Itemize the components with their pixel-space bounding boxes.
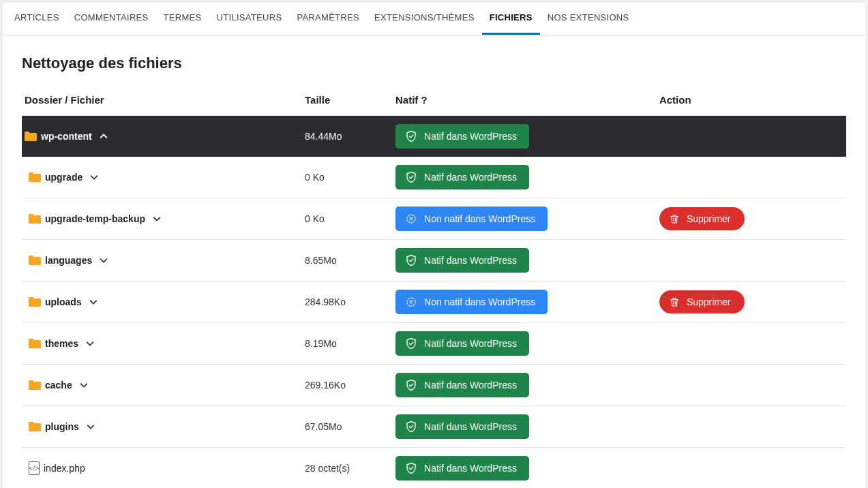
badge-label: Natif dans WordPress	[424, 131, 517, 142]
table-row: themes8.19MoNatif dans WordPress	[22, 323, 846, 365]
delete-label: Supprimer	[687, 296, 731, 307]
tab-commentaires[interactable]: COMMENTAIRES	[67, 3, 156, 35]
folder-icon	[29, 297, 41, 307]
folder-toggle[interactable]: uploads	[25, 296, 299, 307]
badge-label: Natif dans WordPress	[424, 172, 517, 183]
item-name: uploads	[45, 296, 82, 307]
nonnative-badge: Non natif dans WordPress	[395, 290, 548, 314]
size-cell: 269.16Ko	[302, 365, 393, 406]
item-name: index.php	[44, 463, 85, 474]
badge-label: Natif dans WordPress	[424, 421, 517, 432]
file-label: index.php	[25, 461, 299, 475]
col-header-native: Natif ?	[393, 87, 657, 116]
folder-icon	[29, 339, 41, 348]
nonnative-badge: Non natif dans WordPress	[395, 207, 548, 231]
folder-icon	[29, 380, 41, 390]
folder-toggle[interactable]: plugins	[25, 421, 299, 432]
tab-fichiers[interactable]: FICHIERS	[482, 3, 540, 35]
tab-param-tres[interactable]: PARAMÈTRES	[289, 3, 367, 35]
tab-articles[interactable]: ARTICLES	[7, 3, 67, 35]
badge-label: Natif dans WordPress	[424, 463, 517, 474]
table-row: wp-content84.44MoNatif dans WordPress	[22, 116, 846, 157]
folder-icon	[29, 422, 41, 431]
tab-nos-extensions[interactable]: NOS EXTENSIONS	[540, 3, 637, 35]
folder-toggle[interactable]: wp-content	[25, 131, 299, 142]
native-badge: Natif dans WordPress	[395, 165, 529, 189]
folder-icon	[29, 214, 41, 224]
col-header-name: Dossier / Fichier	[22, 87, 302, 116]
chevron-down-icon	[86, 422, 95, 431]
item-name: languages	[45, 255, 92, 266]
size-cell: 284.98Ko	[302, 281, 393, 323]
chevron-down-icon	[99, 256, 108, 265]
item-name: themes	[45, 338, 78, 349]
badge-label: Natif dans WordPress	[424, 380, 517, 391]
item-name: wp-content	[41, 131, 92, 142]
tabs-bar: ARTICLESCOMMENTAIRESTERMESUTILISATEURSPA…	[3, 3, 865, 35]
col-header-size: Taille	[302, 87, 393, 116]
tab-extensions-th-mes[interactable]: EXTENSIONS/THÈMES	[367, 3, 482, 35]
size-cell: 8.65Mo	[302, 240, 393, 281]
size-cell: 8.19Mo	[302, 323, 393, 365]
delete-button[interactable]: Supprimer	[659, 207, 745, 230]
chevron-down-icon	[152, 214, 162, 224]
folder-toggle[interactable]: upgrade	[25, 172, 299, 183]
folder-toggle[interactable]: upgrade-temp-backup	[25, 213, 299, 224]
native-badge: Natif dans WordPress	[395, 456, 529, 481]
folder-icon	[25, 132, 37, 141]
table-row: upgrade-temp-backup0 KoNon natif dans Wo…	[22, 198, 846, 240]
badge-label: Non natif dans WordPress	[424, 213, 535, 224]
badge-label: Natif dans WordPress	[424, 255, 517, 266]
table-row: upgrade0 KoNatif dans WordPress	[22, 157, 846, 198]
table-row: cache269.16KoNatif dans WordPress	[22, 365, 846, 406]
delete-button[interactable]: Supprimer	[659, 290, 745, 314]
table-row: uploads284.98KoNon natif dans WordPressS…	[22, 281, 846, 323]
file-icon	[29, 461, 40, 475]
table-row: index.php28 octet(s)Natif dans WordPress	[22, 448, 846, 489]
table-row: languages8.65MoNatif dans WordPress	[22, 240, 846, 281]
folder-toggle[interactable]: cache	[25, 380, 299, 391]
page-title: Nettoyage des fichiers	[22, 55, 846, 72]
chevron-down-icon	[89, 172, 99, 182]
badge-label: Non natif dans WordPress	[424, 296, 535, 307]
native-badge: Natif dans WordPress	[395, 248, 529, 273]
size-cell: 0 Ko	[302, 157, 393, 198]
item-name: upgrade	[45, 172, 83, 183]
size-cell: 67.05Mo	[302, 406, 393, 448]
chevron-up-icon	[99, 132, 108, 141]
native-badge: Natif dans WordPress	[395, 124, 529, 149]
files-table: Dossier / Fichier Taille Natif ? Action …	[22, 87, 846, 488]
tab-termes[interactable]: TERMES	[156, 3, 209, 35]
delete-label: Supprimer	[687, 213, 731, 224]
item-name: cache	[45, 380, 72, 391]
folder-icon	[29, 256, 41, 265]
folder-icon	[29, 172, 41, 182]
item-name: upgrade-temp-backup	[45, 213, 145, 224]
size-cell: 84.44Mo	[302, 116, 393, 157]
size-cell: 28 octet(s)	[302, 448, 393, 489]
native-badge: Natif dans WordPress	[395, 414, 529, 439]
folder-toggle[interactable]: languages	[25, 255, 299, 266]
chevron-down-icon	[79, 380, 89, 390]
item-name: plugins	[45, 421, 79, 432]
col-header-action: Action	[657, 87, 846, 116]
size-cell: 0 Ko	[302, 198, 393, 240]
native-badge: Natif dans WordPress	[395, 331, 529, 356]
table-row: plugins67.05MoNatif dans WordPress	[22, 406, 846, 448]
tab-utilisateurs[interactable]: UTILISATEURS	[209, 3, 290, 35]
native-badge: Natif dans WordPress	[395, 373, 529, 397]
badge-label: Natif dans WordPress	[424, 338, 517, 349]
chevron-down-icon	[85, 339, 95, 348]
folder-toggle[interactable]: themes	[25, 338, 299, 349]
chevron-down-icon	[89, 297, 98, 307]
